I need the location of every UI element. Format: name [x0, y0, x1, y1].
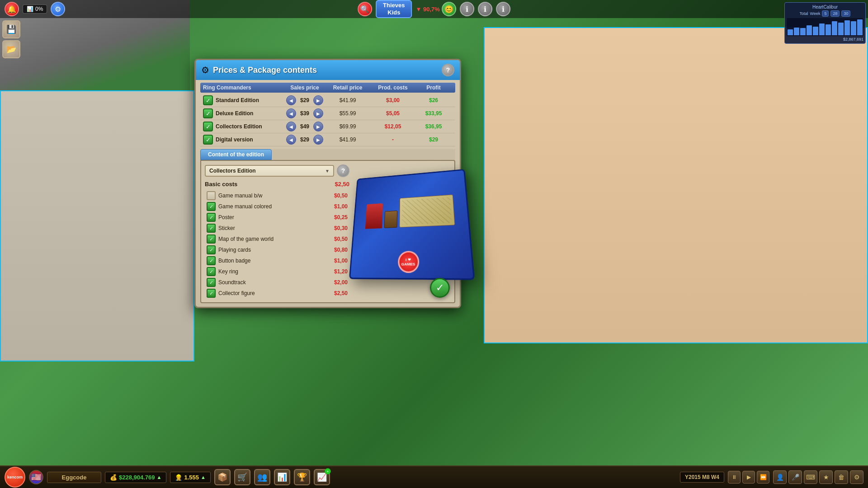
content-item-left: ✓ Button badge — [207, 256, 250, 265]
edition-help-button[interactable]: ? — [337, 164, 349, 177]
chart-btn-2[interactable]: 28 — [830, 10, 840, 17]
figure-item — [365, 203, 383, 229]
price-increase-button[interactable]: ▶ — [313, 95, 323, 105]
table-row: ✓ Standard Edition ◀ $29 ▶ $41.99 $3,00 … — [200, 94, 455, 107]
price-increase-button[interactable]: ▶ — [313, 108, 323, 118]
mic-button[interactable]: 🎤 — [788, 470, 802, 484]
check-icon[interactable]: ✓ — [203, 95, 213, 105]
content-checkbox[interactable]: ✓ — [207, 213, 216, 222]
load-button[interactable]: 📂 — [2, 40, 20, 58]
content-section: Content of the edition Collectors Editio… — [200, 149, 455, 303]
col-retail-price: Retail price — [325, 84, 370, 91]
box-inner-items: I ❤ GAMES — [355, 174, 467, 273]
top-left-buttons: 💾 📂 — [2, 20, 20, 58]
content-item-cost: $0,25 — [334, 214, 348, 221]
content-checkbox[interactable]: ✓ — [207, 245, 216, 254]
col-sales-price: Sales price — [284, 84, 325, 91]
chart-btn-3[interactable]: 30 — [841, 10, 850, 17]
store-button[interactable]: 🛒 — [234, 469, 250, 485]
price-increase-button[interactable]: ▶ — [313, 135, 323, 145]
content-checkbox[interactable]: ✓ — [207, 289, 216, 298]
content-checkbox[interactable]: ✓ — [207, 235, 216, 244]
content-checkbox[interactable]: ✓ — [207, 202, 216, 211]
info-button-1[interactable]: ℹ — [460, 2, 474, 16]
col-prod-costs: Prod. costs — [370, 84, 415, 91]
basic-costs-label: Basic costs — [205, 181, 237, 188]
content-checkbox[interactable]: ✓ — [207, 256, 216, 265]
product-name-cell: ✓ Digital version — [203, 135, 284, 145]
flag-button[interactable]: 🇺🇸 — [29, 470, 43, 484]
delete-button[interactable]: 🗑 — [835, 470, 848, 484]
content-checkbox[interactable] — [207, 191, 216, 200]
settings-button[interactable]: ⚙ — [850, 470, 863, 484]
building-right — [484, 27, 868, 343]
check-icon[interactable]: ✓ — [203, 122, 213, 131]
workers-trend: ▲ — [201, 474, 206, 480]
chart-button[interactable]: 📈 + — [314, 469, 330, 485]
happiness-bar: ▼ 90,7% 😊 — [416, 2, 456, 16]
content-checkbox[interactable]: ✓ — [207, 267, 216, 276]
play-button[interactable]: ▶ — [742, 471, 755, 483]
product-name-cell: ✓ Collectors Edition — [203, 122, 284, 131]
product-rows: ✓ Standard Edition ◀ $29 ▶ $41.99 $3,00 … — [200, 94, 455, 146]
product-name: Collectors Edition — [216, 123, 262, 130]
people-button[interactable]: 👥 — [254, 469, 270, 485]
price-decrease-button[interactable]: ◀ — [286, 95, 296, 105]
bottom-right-hud: Y2015 M8 W4 ⏸ ▶ ⏩ 👤 🎤 ⌨ ★ 🗑 ⚙ — [680, 470, 863, 484]
mini-chart-value: $2,867,691 — [787, 37, 863, 42]
trophy-button[interactable]: 🏆 — [294, 469, 310, 485]
content-item-name: Poster — [218, 214, 234, 221]
dialog-title-bar: ⚙ Prices & Package contents ? — [196, 60, 460, 80]
profile-button[interactable]: 👤 — [773, 470, 787, 484]
pause-button[interactable]: ⏸ — [728, 471, 741, 483]
money-trend: ▲ — [157, 474, 162, 480]
price-increase-button[interactable]: ▶ — [313, 122, 323, 131]
info-button-2[interactable]: ℹ — [478, 2, 492, 16]
content-checkbox[interactable]: ✓ — [207, 278, 216, 287]
content-item-name: Sticker — [218, 225, 235, 231]
game-title-box[interactable]: Thieves Kids — [376, 0, 412, 18]
edition-dropdown[interactable]: Collectors Edition ▼ — [205, 165, 334, 177]
gear-button[interactable]: ⚙ — [51, 2, 65, 16]
basic-costs-row: Basic costs $2,50 — [205, 181, 349, 188]
report-button[interactable]: 📊 — [274, 469, 290, 485]
favorite-button[interactable]: ★ — [819, 470, 833, 484]
alert-button[interactable]: 🔔 — [5, 2, 19, 16]
content-left: Collectors Edition ▼ ? Basic costs $2,50… — [205, 164, 349, 299]
content-checkbox[interactable]: ✓ — [207, 224, 216, 233]
price-decrease-button[interactable]: ◀ — [286, 135, 296, 145]
confirm-button[interactable]: ✓ — [430, 278, 450, 298]
fast-forward-button[interactable]: ⏩ — [757, 471, 769, 483]
content-item-left: ✓ Game manual colored — [207, 202, 272, 211]
content-item-name: Playing cards — [218, 247, 251, 253]
content-tab[interactable]: Content of the edition — [200, 149, 272, 160]
bottom-action-buttons: 👤 🎤 ⌨ ★ 🗑 ⚙ — [773, 470, 863, 484]
search-button[interactable]: 🔍 — [358, 2, 372, 16]
collector-box: I ❤ GAMES — [349, 169, 475, 280]
list-item: ✓ Collector figure $2,50 — [205, 288, 349, 299]
col-game-name: Ring Commanders — [203, 84, 284, 91]
price-decrease-button[interactable]: ◀ — [286, 108, 296, 118]
keyboard-button[interactable]: ⌨ — [804, 470, 817, 484]
hud-left: 🔔 📊 0% ⚙ — [5, 2, 65, 16]
check-icon[interactable]: ✓ — [203, 135, 213, 145]
percent-stat: 📊 0% — [23, 5, 47, 14]
price-decrease-button[interactable]: ◀ — [286, 122, 296, 131]
list-item: ✓ Map of the game world $0,50 — [205, 234, 349, 244]
check-icon[interactable]: ✓ — [203, 108, 213, 118]
happiness-icon: 😊 — [442, 2, 456, 16]
workers-display: 👷 1.555 ▲ — [170, 472, 210, 483]
save-button[interactable]: 💾 — [2, 20, 20, 38]
price-controls: ◀ $49 ▶ — [284, 122, 325, 131]
list-item: ✓ Key ring $1,20 — [205, 266, 349, 277]
top-hud: 🔔 📊 0% ⚙ 🔍 Thieves Kids ▼ 90,7% 😊 ℹ ℹ ℹ — [0, 0, 868, 18]
chart-btn-1[interactable]: 5 — [822, 10, 829, 17]
kencom-logo[interactable]: kencom — [5, 467, 25, 488]
info-button-3[interactable]: ℹ — [496, 2, 510, 16]
content-item-name: Button badge — [218, 258, 250, 264]
sales-price-value: $29 — [298, 97, 311, 103]
dialog-help-button[interactable]: ? — [442, 64, 454, 76]
prod-cost: $3,00 — [370, 97, 415, 103]
products-table: Ring Commanders Sales price Retail price… — [196, 80, 460, 149]
box-button[interactable]: 📦 — [214, 469, 231, 485]
